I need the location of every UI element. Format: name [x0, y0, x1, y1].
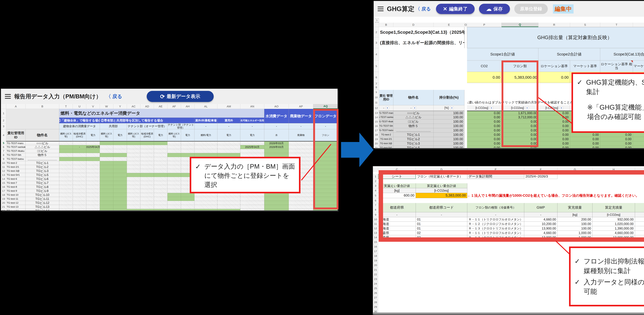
dropdown-icon[interactable]: ▼: [450, 107, 454, 109]
property-id-cell[interactable]: TG-TEST-batsu: [6, 157, 26, 161]
data-cell[interactable]: [73, 185, 86, 189]
data-cell[interactable]: [289, 141, 313, 145]
data-cell[interactable]: [154, 165, 168, 169]
data-cell[interactable]: [218, 209, 240, 210]
column-letter[interactable]: U: [73, 104, 86, 109]
emission-value-cell[interactable]: 0.00: [467, 141, 502, 146]
emission-value-cell[interactable]: 0.00: [538, 115, 570, 119]
row-number[interactable]: 19: [1, 197, 6, 201]
data-cell[interactable]: [154, 145, 168, 149]
property-id-cell[interactable]: TG-test-3@: [6, 169, 26, 173]
property-name-cell[interactable]: TGビル2: [393, 137, 434, 141]
data-cell[interactable]: [194, 197, 218, 201]
column-letter[interactable]: AN: [240, 104, 264, 109]
back-chevron-icon[interactable]: 〈: [106, 93, 111, 100]
emission-value-cell[interactable]: 0.00: [633, 141, 644, 146]
data-cell[interactable]: [154, 169, 168, 173]
property-id-cell[interactable]: TG-test-12: [6, 201, 26, 205]
row-number[interactable]: 17: [1, 189, 6, 193]
data-cell[interactable]: [127, 189, 140, 193]
data-cell[interactable]: [154, 161, 168, 165]
data-cell[interactable]: [86, 173, 100, 177]
property-id-cell[interactable]: TG-TEST-sankaku: [379, 115, 393, 119]
column-letter[interactable]: Q: [502, 23, 538, 27]
data-cell[interactable]: [240, 193, 264, 197]
data-cell[interactable]: [100, 141, 113, 145]
filter-cell[interactable]: [t-CO2eq]▼: [538, 105, 570, 111]
data-cell[interactable]: [86, 193, 100, 197]
share-cell[interactable]: 100.00: [434, 133, 464, 137]
row-number[interactable]: 15: [374, 119, 379, 124]
row-number[interactable]: 13: [374, 111, 379, 115]
share-cell[interactable]: 100.00: [434, 146, 464, 148]
data-cell[interactable]: [194, 193, 218, 197]
row-number[interactable]: 19: [373, 258, 378, 263]
back-link[interactable]: 戻る: [422, 6, 431, 12]
data-cell[interactable]: [168, 145, 181, 149]
row-number[interactable]: 1: [1, 109, 6, 118]
property-name-cell[interactable]: [26, 157, 59, 161]
emission-value-cell[interactable]: 0.00: [570, 133, 600, 137]
back-link[interactable]: 戻る: [112, 93, 122, 100]
property-id-cell[interactable]: TG-test-8: [6, 185, 26, 189]
property-name-cell[interactable]: TGビル5: [393, 146, 434, 148]
data-cell[interactable]: [127, 177, 140, 181]
row-number[interactable]: 2: [1, 118, 6, 123]
row-number[interactable]: 6: [373, 198, 378, 203]
row-number[interactable]: 14: [374, 115, 379, 119]
data-cell[interactable]: [289, 201, 313, 205]
row-number[interactable]: 9: [1, 157, 6, 161]
property-id-cell[interactable]: TG-test-14: [6, 209, 26, 210]
data-cell[interactable]: [127, 197, 140, 201]
data-cell[interactable]: [59, 205, 73, 209]
data-cell[interactable]: [100, 149, 113, 153]
row-number[interactable]: 16: [373, 244, 378, 249]
dropdown-icon[interactable]: ▼: [386, 107, 389, 109]
menu-icon[interactable]: [378, 6, 384, 11]
data-cell[interactable]: [181, 149, 194, 153]
data-cell[interactable]: [59, 201, 73, 205]
column-letter[interactable]: AL: [194, 104, 218, 109]
outline-level-1[interactable]: 1: [375, 18, 379, 22]
row-number[interactable]: 5: [1, 141, 6, 145]
data-cell[interactable]: [100, 157, 113, 161]
data-cell[interactable]: [168, 141, 181, 145]
column-letter[interactable]: B: [379, 23, 393, 27]
data-cell[interactable]: [59, 189, 73, 193]
data-cell[interactable]: [181, 205, 194, 209]
data-cell[interactable]: [59, 161, 73, 165]
row-number[interactable]: 11: [1, 165, 6, 169]
data-cell[interactable]: [86, 177, 100, 181]
data-cell[interactable]: [218, 153, 240, 157]
emission-value-cell[interactable]: 0.00: [538, 111, 570, 115]
property-id-cell[interactable]: TG-TEST-maru: [6, 141, 26, 145]
row-number[interactable]: 28: [373, 300, 378, 305]
emission-value-cell[interactable]: 0.00: [538, 137, 570, 141]
data-cell[interactable]: [218, 205, 240, 209]
data-cell[interactable]: [100, 145, 113, 149]
row-number[interactable]: 1: [373, 174, 378, 179]
data-cell[interactable]: [289, 209, 313, 210]
property-id-cell[interactable]: TG-TEST-4kaku: [6, 149, 26, 153]
data-cell[interactable]: [113, 185, 127, 189]
data-cell[interactable]: [140, 165, 154, 169]
data-cell[interactable]: [194, 201, 218, 205]
row-number[interactable]: 29: [373, 305, 378, 309]
data-cell[interactable]: [73, 181, 86, 185]
row-number[interactable]: 6: [374, 72, 379, 83]
column-letter[interactable]: U: [633, 23, 644, 27]
column-letter[interactable]: A: [6, 104, 26, 109]
save-button[interactable]: ☁ 保存: [479, 4, 510, 14]
data-cell[interactable]: [100, 185, 113, 189]
row-number[interactable]: 20: [1, 201, 6, 205]
data-cell[interactable]: [240, 149, 264, 153]
row-number[interactable]: 16: [374, 124, 379, 128]
data-cell[interactable]: [140, 169, 154, 173]
row-number[interactable]: 3: [373, 183, 378, 188]
data-cell[interactable]: [181, 209, 194, 210]
data-cell[interactable]: [218, 149, 240, 153]
data-cell[interactable]: [168, 189, 181, 193]
data-cell[interactable]: [127, 165, 140, 169]
finish-edit-button[interactable]: ✕ 編集終了: [436, 4, 475, 14]
row-number[interactable]: 27: [373, 295, 378, 300]
